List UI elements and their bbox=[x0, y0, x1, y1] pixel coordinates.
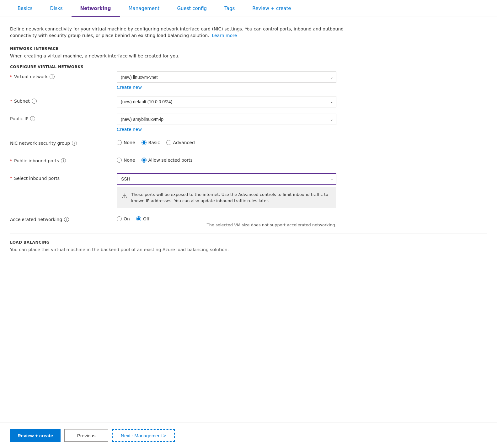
load-balancing-subtext: You can place this virtual machine in th… bbox=[10, 247, 487, 252]
public-inbound-ports-row: * Public inbound ports i None Allow sele… bbox=[10, 156, 487, 167]
public-ip-dropdown-wrapper: (new) amyblinuxvm-ip ⌄ bbox=[117, 114, 336, 125]
accel-on-option[interactable]: On bbox=[117, 216, 130, 221]
nic-security-group-radio-group: None Basic Advanced bbox=[117, 138, 336, 145]
public-ip-select[interactable]: (new) amyblinuxvm-ip bbox=[117, 114, 336, 125]
previous-button[interactable]: Previous bbox=[64, 429, 108, 442]
virtual-network-control: (new) linuxvm-vnet ⌄ Create new bbox=[117, 72, 336, 90]
select-inbound-ports-control: SSH ⌄ ⚠️ These ports will be exposed to … bbox=[117, 173, 336, 208]
public-ip-create-new-link[interactable]: Create new bbox=[117, 127, 142, 132]
warning-text: These ports will be exposed to the inter… bbox=[131, 192, 331, 204]
tab-review-create[interactable]: Review + create bbox=[243, 0, 300, 17]
accelerated-networking-control: On Off The selected VM size does not sup… bbox=[117, 214, 336, 227]
subnet-control: (new) default (10.0.0.0/24) ⌄ bbox=[117, 96, 336, 107]
nic-security-advanced-option[interactable]: Advanced bbox=[166, 140, 195, 145]
tab-guest-config[interactable]: Guest config bbox=[168, 0, 216, 17]
inbound-none-option[interactable]: None bbox=[117, 158, 135, 163]
warning-box: ⚠️ These ports will be exposed to the in… bbox=[117, 187, 336, 208]
page-description: Define network connectivity for your vir… bbox=[10, 26, 355, 39]
accel-off-label: Off bbox=[143, 216, 150, 221]
load-balancing-section: LOAD BALANCING You can place this virtua… bbox=[10, 234, 487, 252]
virtual-network-create-new-link[interactable]: Create new bbox=[117, 85, 142, 90]
subnet-info-icon[interactable]: i bbox=[32, 99, 37, 104]
nic-security-none-radio[interactable] bbox=[117, 140, 122, 145]
nic-security-basic-label: Basic bbox=[148, 140, 160, 145]
nic-security-advanced-label: Advanced bbox=[173, 140, 195, 145]
nic-security-basic-option[interactable]: Basic bbox=[142, 140, 160, 145]
review-create-button[interactable]: Review + create bbox=[10, 429, 61, 442]
subnet-label: * Subnet i bbox=[10, 96, 117, 104]
subnet-dropdown-wrapper: (new) default (10.0.0.0/24) ⌄ bbox=[117, 96, 336, 107]
tab-tags[interactable]: Tags bbox=[216, 0, 243, 17]
public-inbound-ports-radio-group: None Allow selected ports bbox=[117, 156, 336, 163]
nic-security-group-row: NIC network security group i None Basic bbox=[10, 138, 487, 149]
inbound-ports-dropdown-wrapper: SSH ⌄ bbox=[117, 173, 336, 185]
inbound-none-label: None bbox=[124, 158, 135, 163]
inbound-allow-radio[interactable] bbox=[142, 158, 147, 163]
nic-security-group-info-icon[interactable]: i bbox=[72, 141, 77, 146]
next-button[interactable]: Next : Management > bbox=[112, 429, 175, 442]
accelerated-networking-label: Accelerated networking i bbox=[10, 214, 117, 222]
accelerated-networking-info-icon[interactable]: i bbox=[64, 217, 69, 222]
public-inbound-ports-info-icon[interactable]: i bbox=[61, 158, 66, 163]
subnet-select[interactable]: (new) default (10.0.0.0/24) bbox=[117, 96, 336, 107]
accelerated-networking-row: Accelerated networking i On Off The sele… bbox=[10, 214, 487, 227]
public-inbound-ports-control: None Allow selected ports bbox=[117, 156, 336, 163]
public-ip-label: Public IP i bbox=[10, 114, 117, 121]
network-interface-subtext: When creating a virtual machine, a netwo… bbox=[10, 53, 487, 58]
nic-security-group-label: NIC network security group i bbox=[10, 138, 117, 146]
public-ip-row: Public IP i (new) amyblinuxvm-ip ⌄ Creat… bbox=[10, 114, 487, 132]
load-balancing-header: LOAD BALANCING bbox=[10, 240, 487, 245]
nic-security-none-option[interactable]: None bbox=[117, 140, 135, 145]
accel-on-radio[interactable] bbox=[117, 216, 122, 221]
virtual-network-label: * Virtual network i bbox=[10, 72, 117, 79]
nic-security-basic-radio[interactable] bbox=[142, 140, 147, 145]
virtual-network-select[interactable]: (new) linuxvm-vnet bbox=[117, 72, 336, 83]
inbound-ports-select[interactable]: SSH bbox=[117, 173, 336, 185]
accel-off-radio[interactable] bbox=[136, 216, 141, 221]
network-interface-header: NETWORK INTERFACE bbox=[10, 46, 487, 51]
learn-more-link[interactable]: Learn more bbox=[212, 33, 237, 38]
inbound-none-radio[interactable] bbox=[117, 158, 122, 163]
nic-security-group-control: None Basic Advanced bbox=[117, 138, 336, 145]
inbound-allow-option[interactable]: Allow selected ports bbox=[142, 158, 193, 163]
accel-off-option[interactable]: Off bbox=[136, 216, 150, 221]
accel-on-label: On bbox=[124, 216, 130, 221]
subnet-row: * Subnet i (new) default (10.0.0.0/24) ⌄ bbox=[10, 96, 487, 107]
public-ip-info-icon[interactable]: i bbox=[30, 116, 35, 121]
nic-security-none-label: None bbox=[124, 140, 135, 145]
load-balancing-divider bbox=[10, 234, 487, 234]
tab-disks[interactable]: Disks bbox=[41, 0, 72, 17]
virtual-network-info-icon[interactable]: i bbox=[50, 74, 55, 79]
warning-triangle-icon: ⚠️ bbox=[122, 192, 127, 200]
select-inbound-ports-label: * Select inbound ports bbox=[10, 173, 117, 181]
virtual-network-dropdown-wrapper: (new) linuxvm-vnet ⌄ bbox=[117, 72, 336, 83]
public-inbound-ports-label: * Public inbound ports i bbox=[10, 156, 117, 163]
configure-vnet-header: CONFIGURE VIRTUAL NETWORKS bbox=[10, 65, 487, 69]
inbound-allow-label: Allow selected ports bbox=[148, 158, 193, 163]
tab-basics[interactable]: Basics bbox=[9, 0, 41, 17]
tabs-bar: Basics Disks Networking Management Guest… bbox=[0, 0, 497, 17]
bottom-nav: Review + create Previous Next : Manageme… bbox=[0, 423, 497, 448]
nic-security-advanced-radio[interactable] bbox=[166, 140, 171, 145]
tab-networking[interactable]: Networking bbox=[72, 0, 120, 17]
tab-management[interactable]: Management bbox=[120, 0, 168, 17]
main-content: Define network connectivity for your vir… bbox=[0, 17, 497, 423]
select-inbound-ports-row: * Select inbound ports SSH ⌄ ⚠️ These po… bbox=[10, 173, 487, 208]
accelerated-networking-radio-group: On Off bbox=[117, 214, 336, 221]
public-ip-control: (new) amyblinuxvm-ip ⌄ Create new bbox=[117, 114, 336, 132]
virtual-network-row: * Virtual network i (new) linuxvm-vnet ⌄… bbox=[10, 72, 487, 90]
accel-note: The selected VM size does not support ac… bbox=[117, 223, 336, 227]
